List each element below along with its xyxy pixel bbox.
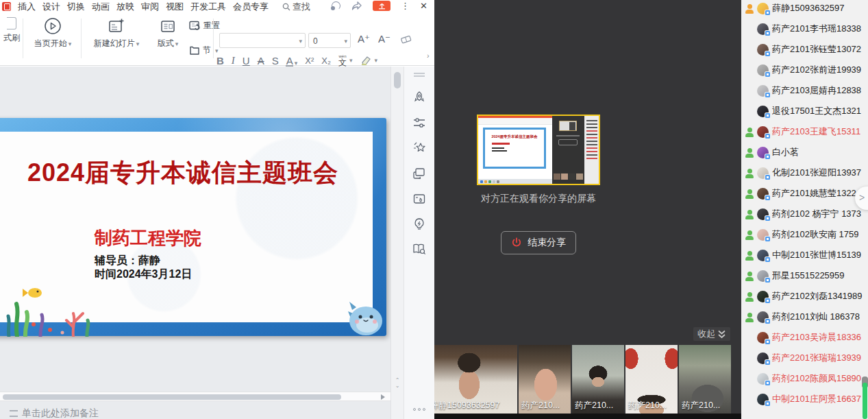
format-painter-button[interactable]: 式刷 bbox=[1, 17, 22, 44]
video-tile[interactable]: 药产210... bbox=[679, 345, 731, 414]
reset-icon bbox=[189, 21, 201, 31]
dropdown-caret: ▾ bbox=[299, 38, 302, 45]
sidebar-more-icon[interactable] bbox=[413, 408, 425, 411]
video-tile[interactable]: 药产210... bbox=[572, 345, 624, 414]
pinyin-guide-button[interactable]: wén文 bbox=[338, 54, 347, 67]
end-share-label: 结束分享 bbox=[528, 237, 566, 249]
participant-row[interactable]: 药产2102刘磊1341989 bbox=[741, 286, 868, 307]
upload-share-button[interactable] bbox=[373, 1, 390, 11]
participant-row[interactable]: 药产2102张前进19939 bbox=[741, 60, 868, 80]
resource-library-icon[interactable] bbox=[412, 192, 426, 206]
text-shadow-button[interactable]: S bbox=[272, 56, 279, 66]
participant-row[interactable]: 中制2101庄阿景16637 bbox=[741, 389, 868, 409]
menu-item[interactable]: 设计 bbox=[42, 1, 60, 13]
participant-row[interactable]: 药产2103吴诗晨18336 bbox=[741, 327, 868, 348]
participant-row[interactable]: 药剂2102 杨宇宁 1373 bbox=[741, 204, 868, 224]
scroll-step-arrows[interactable]: ⌃⌄ bbox=[393, 378, 401, 389]
participant-row[interactable]: 白小茗 bbox=[741, 142, 868, 163]
video-tile[interactable]: 药产210... bbox=[519, 345, 571, 414]
layout-button[interactable]: 版式▾ bbox=[151, 17, 185, 49]
more-menu-icon[interactable]: ⋮ bbox=[401, 1, 410, 10]
reset-button[interactable]: 重置 bbox=[189, 20, 220, 32]
horizontal-scrollbar-thumb[interactable] bbox=[3, 394, 341, 400]
forward-share-icon[interactable] bbox=[351, 1, 362, 10]
new-slide-button[interactable]: 新建幻灯片▾ bbox=[85, 17, 148, 49]
chevron-right-icon: > bbox=[859, 192, 865, 203]
panel-scrollbar-green[interactable] bbox=[863, 383, 867, 419]
wechat-badge-icon bbox=[765, 216, 770, 221]
quick-tools-rocket-icon[interactable] bbox=[412, 91, 426, 104]
participant-row[interactable]: 药产2101张钰莹13072 bbox=[741, 39, 868, 60]
slide-subtitle[interactable]: 制药工程学院 bbox=[95, 226, 201, 250]
notes-placeholder[interactable]: 单击此处添加备注 bbox=[10, 407, 99, 419]
participant-row[interactable]: 薛静15093632597 bbox=[741, 0, 868, 19]
menu-item[interactable]: 切换 bbox=[67, 1, 85, 13]
reference-book-icon[interactable] bbox=[412, 243, 427, 256]
play-from-current-page-button[interactable]: 当页开始▾ bbox=[26, 17, 79, 49]
avatar bbox=[757, 44, 769, 56]
participant-row[interactable]: 药产2201张瑞瑞13939 bbox=[741, 348, 868, 368]
participant-row[interactable]: 邢星15515225959 bbox=[741, 265, 868, 286]
slide-title[interactable]: 2024届专升本诚信主题班会 bbox=[0, 156, 373, 190]
participant-row[interactable]: 药产2101李书瑶18338 bbox=[741, 19, 868, 39]
ribbon-expand-icon[interactable]: › bbox=[427, 51, 430, 60]
font-name-select[interactable]: ▾ bbox=[219, 33, 306, 48]
menu-item[interactable]: 放映 bbox=[116, 1, 134, 13]
highlighter-icon[interactable] bbox=[360, 56, 372, 65]
scroll-right-arrow-icon[interactable] bbox=[381, 394, 388, 400]
video-tile[interactable]: 薛静15093632597 bbox=[434, 345, 517, 414]
menu-item[interactable]: 视图 bbox=[166, 1, 184, 13]
inspiration-bulb-icon[interactable] bbox=[413, 217, 425, 231]
clear-format-eraser-icon[interactable] bbox=[400, 34, 412, 44]
participant-row[interactable]: 退役17501王文杰1321 bbox=[741, 101, 868, 121]
font-size-select[interactable]: 0▾ bbox=[308, 33, 351, 48]
horizontal-scrollbar[interactable] bbox=[0, 392, 390, 401]
underline-button[interactable]: U bbox=[243, 56, 250, 66]
avatar bbox=[757, 394, 769, 405]
slide-date-line[interactable]: 时间2024年3月12日 bbox=[95, 267, 192, 282]
video-tile[interactable]: 药产210... bbox=[625, 345, 678, 414]
end-share-button[interactable]: 结束分享 bbox=[501, 231, 576, 254]
participant-row[interactable]: 化制2101张迎阳13937 bbox=[741, 163, 868, 183]
sync-status-icon[interactable] bbox=[331, 1, 341, 10]
superscript-button[interactable]: X² bbox=[305, 56, 314, 65]
participant-row[interactable]: 药产2101姚慧莹1322 bbox=[741, 183, 868, 204]
collapse-video-strip-button[interactable]: 收起 bbox=[693, 327, 730, 341]
menu-item[interactable]: 开发工具 bbox=[190, 1, 226, 13]
menu-item[interactable]: 审阅 bbox=[141, 1, 159, 13]
double-chevron-down-icon bbox=[717, 329, 726, 339]
slide-counselor-line[interactable]: 辅导员：薛静 bbox=[95, 254, 160, 268]
menu-item[interactable]: 会员专享 bbox=[233, 1, 269, 13]
participant-row[interactable]: 药产2103屈婧冉12838 bbox=[741, 80, 868, 101]
decrease-font-button[interactable]: A⁻ bbox=[378, 33, 390, 45]
search-control[interactable]: 查找 bbox=[282, 1, 310, 13]
strikethrough-button[interactable]: A bbox=[258, 56, 264, 66]
vertical-scrollbar-thumb[interactable] bbox=[394, 72, 401, 88]
participant-row[interactable]: 药剂2101刘灿 186378 bbox=[741, 307, 868, 327]
menu-item[interactable]: 动画 bbox=[92, 1, 110, 13]
vertical-scrollbar[interactable]: ⌃⌄ bbox=[390, 67, 404, 419]
bold-button[interactable]: B bbox=[216, 56, 224, 66]
participant-row[interactable]: 药剂2102耿安南 1759 bbox=[741, 224, 868, 245]
menu-item[interactable]: 插入 bbox=[18, 1, 36, 13]
format-painter-icon bbox=[7, 17, 16, 29]
section-button[interactable]: 节▾ bbox=[189, 45, 219, 56]
scroll-down-icon[interactable]: ⌄ bbox=[393, 383, 401, 389]
italic-button[interactable]: I bbox=[232, 56, 235, 66]
strip-bottom-bar bbox=[434, 414, 741, 419]
increase-font-button[interactable]: A⁺ bbox=[358, 33, 370, 45]
effects-star-icon[interactable] bbox=[412, 141, 427, 155]
upload-arrow-icon bbox=[378, 3, 386, 10]
wechat-badge-icon bbox=[765, 401, 770, 406]
participant-row[interactable]: 药产2103王建飞15311 bbox=[741, 121, 868, 142]
duplicate-slide-icon[interactable] bbox=[412, 167, 426, 180]
close-icon[interactable]: ✕ bbox=[420, 1, 427, 10]
sidebar-drag-handle[interactable] bbox=[414, 73, 425, 77]
font-color-button[interactable]: A▾ bbox=[286, 55, 298, 67]
participant-row[interactable]: 中制2101张世博15139 bbox=[741, 245, 868, 265]
presence-icon bbox=[745, 147, 755, 158]
subscript-button[interactable]: X₂ bbox=[321, 56, 331, 65]
adjust-settings-icon[interactable] bbox=[412, 116, 426, 130]
slide-canvas[interactable]: 2024届专升本诚信主题班会 制药工程学院 辅导员：薛静 时间2024年3月12… bbox=[0, 67, 390, 419]
participant-row[interactable]: 药剂2102陈颜凤15890 bbox=[741, 368, 868, 389]
